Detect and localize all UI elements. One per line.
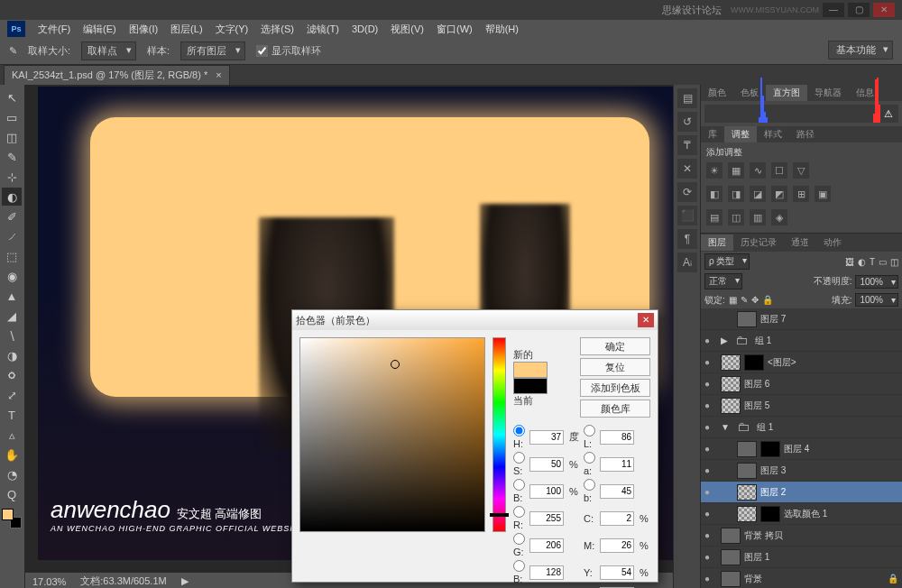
adj-gradient-icon[interactable]: ▥ [750,209,766,225]
color-cursor[interactable] [391,360,400,369]
expand-icon[interactable]: ▼ [721,422,730,432]
adj-exposure-icon[interactable]: ☐ [771,162,787,179]
sample-dropdown[interactable]: 所有图层 [180,41,245,60]
h-radio[interactable]: H: [513,425,526,449]
tab-paths[interactable]: 路径 [789,126,822,142]
adj-vibrance-icon[interactable]: ▽ [793,162,809,179]
tab-lib[interactable]: 库 [701,126,724,142]
r-radio[interactable]: R: [513,506,526,530]
menu-type[interactable]: 文字(Y) [210,21,254,38]
filter-shape-icon[interactable]: ▭ [879,257,887,267]
visibility-icon[interactable]: ● [704,574,717,583]
tab-history[interactable]: 历史记录 [733,234,784,251]
adj-poster-icon[interactable]: ▤ [706,209,723,225]
fill-input[interactable]: 100% [855,293,898,307]
side-panel-7[interactable]: Aᵢ [677,253,697,272]
layer-kind-dropdown[interactable]: ρ 类型 [704,253,750,270]
filter-img-icon[interactable]: 🖼 [845,257,854,267]
visibility-icon[interactable]: ● [704,509,717,519]
adj-threshold-icon[interactable]: ◫ [728,209,744,225]
show-ring-input[interactable] [256,45,268,57]
tool-18[interactable]: ✋ [2,446,22,464]
show-ring-checkbox[interactable]: 显示取样环 [256,44,321,58]
g-input[interactable] [529,538,564,553]
layer-row[interactable]: ●背景 拷贝 [701,525,902,547]
adj-bw-icon[interactable]: ◨ [728,186,744,202]
hue-pointer[interactable] [490,513,509,517]
c-input[interactable] [600,511,634,526]
blend-mode-dropdown[interactable]: 正常 [704,273,742,289]
color-picker-dialog[interactable]: 拾色器（前景色） ✕ 新的 当前 确定 复位 添加到色板 颜色库 [291,309,658,583]
layer-row[interactable]: ●选取颜色 1 [701,503,902,525]
expand-icon[interactable]: ▶ [721,335,728,345]
tool-4[interactable]: ⊹ [2,168,22,186]
tab-layers[interactable]: 图层 [701,234,733,251]
tool-20[interactable]: Q [2,485,22,503]
lock-trans-icon[interactable]: ▦ [729,295,737,305]
layer-row[interactable]: ●图层 1 [701,547,902,568]
layer-list[interactable]: 图层 7●▶🗀组 1●<图层>●图层 6●图层 5●▼🗀组 1●图层 4●图层 … [701,308,902,588]
visibility-icon[interactable]: ● [704,530,717,540]
layer-row[interactable]: ●图层 4 [701,438,902,460]
lock-all-icon[interactable]: 🔒 [762,295,773,305]
layer-row[interactable]: ●图层 5 [701,395,902,417]
b-input[interactable] [529,484,564,499]
tool-10[interactable]: ▲ [2,287,22,305]
visibility-icon[interactable]: ● [704,444,717,454]
tool-19[interactable]: ◔ [2,465,22,483]
bb-radio[interactable]: b: [584,479,596,503]
tab-actions[interactable]: 动作 [816,234,849,251]
lock-paint-icon[interactable]: ✎ [741,295,748,305]
menu-image[interactable]: 图像(I) [124,21,163,38]
menu-file[interactable]: 文件(F) [32,21,76,38]
visibility-icon[interactable]: ● [704,357,717,367]
r-input[interactable] [529,511,564,526]
tab-styles[interactable]: 样式 [757,126,789,142]
add-swatch-button[interactable]: 添加到色板 [580,379,650,397]
tab-adjust[interactable]: 调整 [724,126,757,142]
dialog-titlebar[interactable]: 拾色器（前景色） ✕ [292,310,658,330]
layer-row[interactable]: 图层 7 [701,308,902,330]
adj-curves-icon[interactable]: ∿ [750,162,766,179]
menu-view[interactable]: 视图(V) [385,21,429,38]
ok-button[interactable]: 确定 [580,337,650,355]
workspace-selector[interactable]: 基本功能 [828,41,893,60]
adj-hue-icon[interactable]: ◧ [706,186,723,202]
adj-selective-icon[interactable]: ◈ [771,209,787,225]
tool-6[interactable]: ✐ [2,207,22,225]
side-panel-3[interactable]: ✕ [677,159,697,179]
tool-13[interactable]: ◑ [2,346,22,364]
a-input[interactable] [600,457,634,472]
visibility-icon[interactable]: ● [704,487,717,497]
doc-info-arrow[interactable]: ▶ [181,575,189,587]
color-field[interactable] [299,337,485,532]
adj-mixer-icon[interactable]: ◩ [771,186,787,202]
adj-brightness-icon[interactable]: ☀ [706,162,723,179]
g-radio[interactable]: G: [513,533,526,557]
adj-photo-icon[interactable]: ◪ [750,186,766,202]
side-panel-6[interactable]: ¶ [677,229,697,249]
bc-radio[interactable]: B: [513,560,526,584]
l-radio[interactable]: L: [584,425,596,449]
menu-filter[interactable]: 滤镜(T) [301,21,345,38]
menu-select[interactable]: 选择(S) [255,21,299,38]
tool-1[interactable]: ▭ [2,108,22,126]
filter-adj-icon[interactable]: ◐ [858,257,866,267]
tool-16[interactable]: T [2,406,22,424]
side-panel-5[interactable]: ⬛ [677,206,697,225]
adj-invert-icon[interactable]: ▣ [815,186,831,202]
lock-pos-icon[interactable]: ✥ [751,295,759,305]
adj-levels-icon[interactable]: ▦ [728,162,744,179]
s-radio[interactable]: S: [513,452,526,476]
layer-row[interactable]: ●<图层> [701,352,902,373]
hue-slider[interactable] [492,337,506,532]
mask-thumb[interactable] [760,506,780,522]
tool-11[interactable]: ◢ [2,307,22,325]
adj-lookup-icon[interactable]: ⊞ [793,186,809,202]
tool-2[interactable]: ◫ [2,128,22,146]
opacity-input[interactable]: 100% [855,275,898,289]
visibility-icon[interactable]: ● [704,422,717,432]
visibility-icon[interactable]: ● [704,465,717,475]
dialog-close-button[interactable]: ✕ [638,313,654,327]
side-panel-4[interactable]: ⟳ [677,182,697,202]
